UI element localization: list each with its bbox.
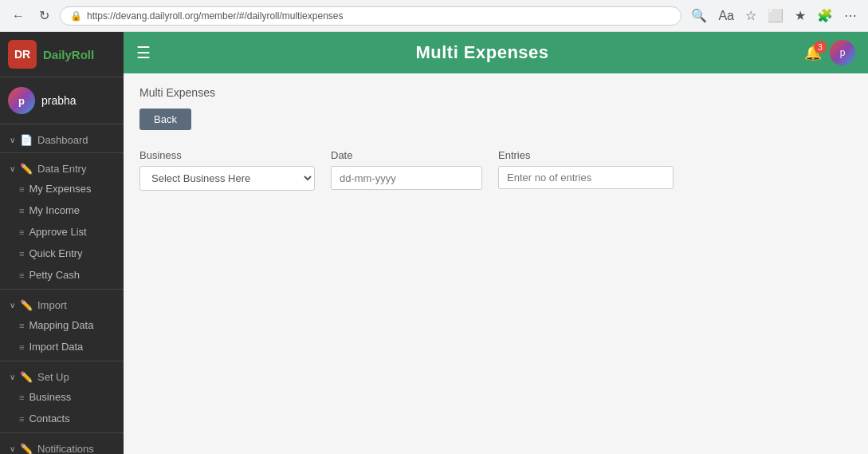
list-icon-business: ≡ <box>19 393 24 402</box>
import-icon: ✏️ <box>20 299 33 311</box>
dashboard-label: Dashboard <box>37 134 88 146</box>
topbar-actions: 🔔 3 p <box>804 40 855 65</box>
sidebar-item-approve-list[interactable]: ≡ Approve List <box>0 221 124 243</box>
lock-icon: 🔒 <box>70 10 82 22</box>
date-form-group: Date 📅 <box>331 149 482 190</box>
contacts-label: Contacts <box>29 413 69 424</box>
mapping-data-label: Mapping Data <box>29 319 93 331</box>
entries-label: Entries <box>498 149 674 161</box>
notification-button[interactable]: 🔔 3 <box>804 44 822 61</box>
business-select[interactable]: Select Business Here <box>139 166 315 191</box>
user-name: prabha <box>41 94 77 107</box>
sidebar-item-dashboard[interactable]: ∨ 📄 Dashboard <box>0 128 124 149</box>
topbar-user-avatar[interactable]: p <box>830 40 855 65</box>
sidebar-item-business[interactable]: ≡ Business <box>0 386 124 408</box>
sidebar-section-notifications[interactable]: ∨ ✏️ Notifications <box>0 436 124 454</box>
list-icon-contacts: ≡ <box>19 414 24 424</box>
sidebar-item-contacts[interactable]: ≡ Contacts <box>0 408 124 429</box>
chevron-data-entry-icon: ∨ <box>10 164 15 173</box>
business-form-group: Business Select Business Here <box>139 149 315 191</box>
approve-list-label: Approve List <box>29 226 86 238</box>
divider-2 <box>0 289 124 290</box>
divider-3 <box>0 361 124 361</box>
url-text: https://devang.dailyroll.org/member/#/da… <box>87 10 344 22</box>
hamburger-button[interactable]: ☰ <box>136 43 151 62</box>
notifications-label: Notifications <box>37 443 94 454</box>
sidebar-item-quick-entry[interactable]: ≡ Quick Entry <box>0 243 124 264</box>
divider-1 <box>0 152 124 153</box>
user-section[interactable]: p prabha <box>0 77 124 124</box>
sidebar-item-my-income[interactable]: ≡ My Income <box>0 199 124 221</box>
list-icon-income: ≡ <box>19 206 24 215</box>
calendar-icon[interactable]: 📅 <box>481 167 482 189</box>
date-input[interactable] <box>332 168 481 189</box>
my-expenses-label: My Expenses <box>29 183 91 195</box>
refresh-button[interactable]: ↻ <box>35 6 53 25</box>
setup-icon: ✏️ <box>20 371 33 383</box>
business-nav-label: Business <box>29 391 71 403</box>
divider-4 <box>0 432 124 433</box>
url-bar[interactable]: 🔒 https://devang.dailyroll.org/member/#/… <box>60 6 681 26</box>
read-mode-button[interactable]: Aa <box>715 7 737 25</box>
chevron-icon: ∨ <box>10 136 15 144</box>
form-row: Business Select Business Here Date 📅 Ent… <box>139 149 852 191</box>
quick-entry-label: Quick Entry <box>29 247 82 259</box>
sidebar: DR DailyRoll p prabha ∨ 📄 Dashboard ∨ ✏️… <box>0 32 124 454</box>
favorites-button[interactable]: ★ <box>791 6 809 25</box>
setup-label: Set Up <box>37 371 69 383</box>
list-icon-petty: ≡ <box>19 270 24 280</box>
list-icon-quick: ≡ <box>19 249 24 259</box>
petty-cash-label: Petty Cash <box>29 269 80 281</box>
import-data-label: Import Data <box>29 341 83 353</box>
date-wrapper: 📅 <box>331 166 482 190</box>
sidebar-section-data-entry[interactable]: ∨ ✏️ Data Entry <box>0 156 124 178</box>
entries-form-group: Entries <box>498 149 674 189</box>
breadcrumb: Multi Expenses <box>139 86 852 99</box>
date-label: Date <box>331 149 482 161</box>
notification-badge: 3 <box>814 41 827 53</box>
sidebar-nav: ∨ 📄 Dashboard ∨ ✏️ Data Entry ≡ My Expen… <box>0 124 124 454</box>
sidebar-item-mapping-data[interactable]: ≡ Mapping Data <box>0 314 124 336</box>
chevron-setup-icon: ∨ <box>10 373 15 381</box>
business-label: Business <box>139 149 315 161</box>
topbar: ☰ Multi Expenses 🔔 3 p <box>124 32 868 73</box>
entries-input[interactable] <box>498 166 674 189</box>
sidebar-section-setup[interactable]: ∨ ✏️ Set Up <box>0 365 124 386</box>
browser-bar: ← ↻ 🔒 https://devang.dailyroll.org/membe… <box>0 0 868 32</box>
page-title: Multi Expenses <box>160 42 804 63</box>
bookmark-button[interactable]: ☆ <box>742 6 760 25</box>
menu-button[interactable]: ⋯ <box>841 6 860 25</box>
back-nav-button[interactable]: ← <box>8 7 29 25</box>
back-button[interactable]: Back <box>139 109 191 130</box>
list-icon-approve: ≡ <box>19 227 24 237</box>
logo-text: DailyRoll <box>43 48 94 61</box>
extensions-button[interactable]: 🧩 <box>814 6 836 25</box>
sidebar-item-petty-cash[interactable]: ≡ Petty Cash <box>0 264 124 286</box>
sidebar-item-import-data[interactable]: ≡ Import Data <box>0 336 124 357</box>
sidebar-item-my-expenses[interactable]: ≡ My Expenses <box>0 178 124 199</box>
chevron-import-icon: ∨ <box>10 301 15 310</box>
import-label: Import <box>37 299 67 311</box>
data-entry-label: Data Entry <box>37 163 86 175</box>
sidebar-logo: DR DailyRoll <box>0 32 124 77</box>
sidebar-section-import[interactable]: ∨ ✏️ Import <box>0 293 124 314</box>
search-browser-button[interactable]: 🔍 <box>688 6 710 25</box>
avatar: p <box>8 87 35 114</box>
list-icon-mapping: ≡ <box>19 321 24 330</box>
list-icon-import-data: ≡ <box>19 342 24 352</box>
browser-actions: 🔍 Aa ☆ ⬜ ★ 🧩 ⋯ <box>688 6 860 25</box>
chevron-notif-icon: ∨ <box>10 444 15 453</box>
data-entry-icon: ✏️ <box>20 163 33 175</box>
main-content: ☰ Multi Expenses 🔔 3 p Multi Expenses Ba… <box>124 32 868 454</box>
split-view-button[interactable]: ⬜ <box>764 6 787 25</box>
topbar-user-label: p <box>840 47 846 58</box>
my-income-label: My Income <box>29 204 80 216</box>
logo-icon: DR <box>8 40 37 69</box>
notifications-icon: ✏️ <box>20 443 33 454</box>
list-icon-expenses: ≡ <box>19 184 24 194</box>
dashboard-icon: 📄 <box>20 134 33 146</box>
content-area: Multi Expenses Back Business Select Busi… <box>124 73 868 454</box>
app-container: DR DailyRoll p prabha ∨ 📄 Dashboard ∨ ✏️… <box>0 32 868 454</box>
